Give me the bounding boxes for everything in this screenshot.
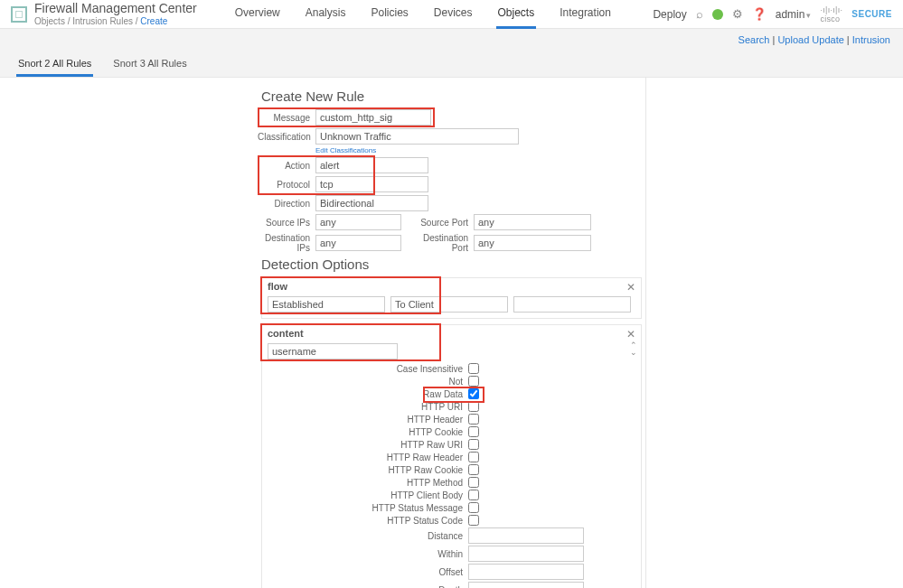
secure-brand: SECURE — [851, 9, 892, 19]
nav-devices[interactable]: Devices — [432, 0, 475, 29]
nav-objects[interactable]: Objects — [496, 0, 537, 29]
lbl-classification: Classification — [258, 132, 310, 142]
right-links: Search | Upload Update | Intrusion — [0, 29, 903, 51]
chk-header[interactable] — [468, 414, 479, 425]
lbl-action: Action — [258, 161, 310, 171]
close-icon[interactable]: ✕ — [626, 281, 635, 294]
link-upload[interactable]: Upload Update — [777, 34, 843, 45]
lbl-protocol: Protocol — [258, 180, 310, 190]
lbl-raw: Raw Data — [262, 389, 463, 399]
flow-block: flow ✕ Established To Client — [261, 277, 642, 319]
help-icon[interactable]: ❓ — [752, 7, 767, 21]
within-input[interactable] — [468, 546, 584, 562]
chk-code[interactable] — [468, 515, 479, 526]
tab-snort2[interactable]: Snort 2 All Rules — [16, 51, 93, 77]
dst-port-input[interactable] — [474, 235, 591, 251]
lbl-message: Message — [258, 113, 310, 123]
reorder-arrows[interactable]: ⌃⌄ — [630, 341, 637, 356]
content: Create New Rule Message Classification U… — [0, 78, 903, 588]
title-block: Firewall Management Center Objects / Int… — [34, 2, 197, 25]
nav-overview[interactable]: Overview — [233, 0, 282, 29]
deploy-link[interactable]: Deploy — [653, 8, 686, 21]
link-search[interactable]: Search — [738, 34, 770, 45]
crumb-intrusion[interactable]: Intrusion Rules — [72, 16, 133, 26]
lbl-cookie: HTTP Cookie — [262, 427, 463, 437]
main-nav: Overview Analysis Policies Devices Objec… — [233, 0, 613, 29]
top-right: Deploy ⌕ ⚙ ❓ admin▾ ·ı|ı·ı|ı·cisco SECUR… — [653, 5, 892, 23]
lbl-header: HTTP Header — [262, 415, 463, 425]
content-block: content ✕ ⌃⌄ Case Insensitive Not Raw Da… — [261, 324, 642, 588]
lbl-code: HTTP Status Code — [262, 516, 463, 526]
edit-classifications-link[interactable]: Edit Classifications — [315, 146, 645, 154]
lbl-not: Not — [262, 377, 463, 387]
distance-input[interactable] — [468, 527, 584, 544]
nav-policies[interactable]: Policies — [369, 0, 409, 29]
lbl-dst-ips: Destination IPs — [258, 233, 310, 253]
tabs: Snort 2 All Rules Snort 3 All Rules — [0, 51, 903, 77]
crumb-objects[interactable]: Objects — [34, 16, 65, 26]
action-select[interactable]: alert — [315, 157, 428, 173]
gray-bar: Search | Upload Update | Intrusion Snort… — [0, 29, 903, 78]
content-value-input[interactable] — [268, 343, 398, 359]
crumb-create: Create — [140, 16, 167, 26]
chk-method[interactable] — [468, 477, 479, 488]
user-menu[interactable]: admin▾ — [776, 8, 812, 21]
flow-dir-select[interactable]: To Client — [390, 296, 508, 313]
lbl-uri: HTTP URI — [262, 402, 463, 412]
search-icon[interactable]: ⌕ — [696, 7, 703, 21]
lbl-direction: Direction — [258, 199, 310, 209]
depth-input[interactable] — [468, 582, 584, 588]
lbl-src-port: Source Port — [412, 218, 468, 228]
lbl-case: Case Insensitive — [262, 364, 463, 374]
src-ips-input[interactable] — [315, 214, 401, 230]
lbl-offset: Offset — [262, 567, 463, 577]
section-detection: Detection Options — [261, 257, 645, 272]
close-icon[interactable]: ✕ — [626, 328, 635, 341]
rule-panel: Create New Rule Message Classification U… — [258, 78, 646, 588]
chk-rawuri[interactable] — [468, 439, 479, 450]
content-head: content — [262, 325, 641, 341]
top-bar: Firewall Management Center Objects / Int… — [0, 0, 903, 29]
lbl-client: HTTP Client Body — [262, 490, 463, 500]
section-create: Create New Rule — [261, 89, 645, 104]
gear-icon[interactable]: ⚙ — [732, 7, 743, 21]
chk-uri[interactable] — [468, 401, 479, 412]
product-logo — [11, 6, 27, 23]
chevron-down-icon: ▾ — [806, 11, 811, 20]
lbl-status: HTTP Status Message — [262, 503, 463, 513]
nav-integration[interactable]: Integration — [558, 0, 613, 29]
status-dot-icon[interactable] — [712, 9, 723, 20]
chk-rawcookie[interactable] — [468, 464, 479, 475]
chk-raw[interactable] — [468, 388, 479, 399]
flow-extra-select[interactable] — [513, 296, 631, 313]
classification-select[interactable]: Unknown Traffic — [315, 128, 519, 145]
offset-input[interactable] — [468, 564, 584, 580]
link-intrusion[interactable]: Intrusion — [852, 34, 890, 45]
dst-ips-input[interactable] — [315, 235, 401, 251]
lbl-rawheader: HTTP Raw Header — [262, 453, 463, 462]
breadcrumb: Objects / Intrusion Rules / Create — [34, 16, 197, 26]
chk-case[interactable] — [468, 363, 479, 374]
lbl-src-ips: Source IPs — [258, 218, 310, 228]
chk-client[interactable] — [468, 490, 479, 500]
lbl-rawuri: HTTP Raw URI — [262, 440, 463, 450]
tab-snort3[interactable]: Snort 3 All Rules — [111, 51, 188, 77]
flow-state-select[interactable]: Established — [268, 296, 385, 313]
src-port-input[interactable] — [474, 214, 591, 230]
lbl-distance: Distance — [262, 531, 463, 541]
direction-select[interactable]: Bidirectional — [315, 195, 428, 211]
chk-not[interactable] — [468, 376, 479, 387]
lbl-method: HTTP Method — [262, 478, 463, 488]
app-title: Firewall Management Center — [34, 2, 197, 15]
nav-analysis[interactable]: Analysis — [304, 0, 348, 29]
cisco-brand: ·ı|ı·ı|ı·cisco — [820, 5, 842, 23]
protocol-select[interactable]: tcp — [315, 176, 428, 192]
lbl-within: Within — [262, 549, 463, 559]
flow-head: flow — [262, 278, 641, 294]
lbl-rawcookie: HTTP Raw Cookie — [262, 465, 463, 475]
chk-status[interactable] — [468, 502, 479, 513]
message-input[interactable] — [315, 109, 431, 126]
chk-rawheader[interactable] — [468, 452, 479, 462]
lbl-dst-port: Destination Port — [412, 233, 468, 253]
chk-cookie[interactable] — [468, 426, 479, 437]
